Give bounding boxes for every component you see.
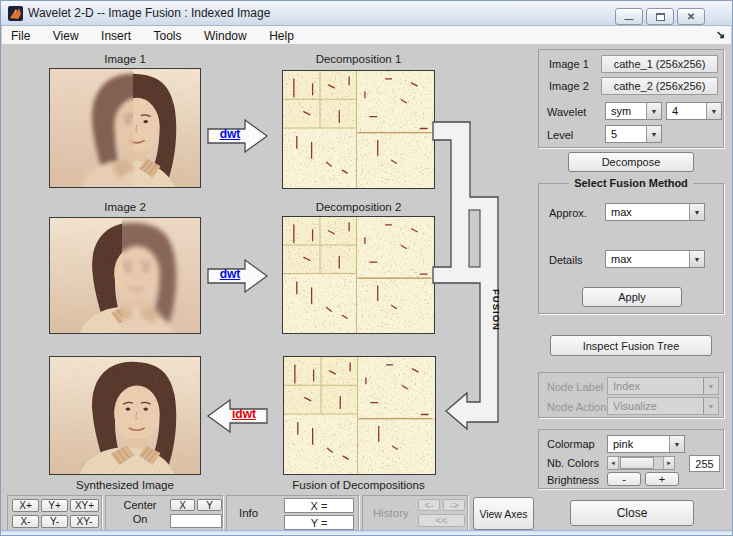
settings-frame: Image 1 cathe_1 (256x256) Image 2 cathe_…: [538, 49, 724, 148]
fusion-decomp-axes[interactable]: [283, 356, 436, 475]
image1-blur-region: [50, 69, 133, 187]
minimize-button[interactable]: —: [615, 8, 643, 25]
image2-axes[interactable]: [49, 217, 201, 334]
dwt-arrow-2: dwt: [207, 258, 269, 294]
chevron-down-icon[interactable]: ▼: [669, 436, 684, 452]
center-on-input[interactable]: [170, 514, 222, 528]
dwt-label-1: dwt: [207, 127, 269, 141]
window-title: Wavelet 2-D -- Image Fusion : Indexed Im…: [28, 6, 270, 20]
info-y-field: Y =: [284, 515, 354, 530]
node-action-label: Node Action: [547, 401, 606, 413]
chevron-down-icon: ▼: [703, 398, 718, 414]
window-bottom-border: [1, 530, 732, 535]
panel-image2-label: Image 2: [549, 80, 589, 92]
history-back-button: <-: [418, 499, 440, 511]
fusion-bracket: FUSION: [431, 113, 501, 437]
image2-caption: Image 2: [49, 201, 201, 213]
center-label: Center: [114, 499, 166, 511]
image2-blur-region: [122, 218, 200, 333]
info-pane: Info X = Y =: [226, 495, 359, 531]
matlab-logo-icon: [8, 6, 23, 21]
nb-colors-slider-track[interactable]: [619, 457, 663, 469]
approx-select[interactable]: max ▼: [605, 203, 705, 221]
fusion-caption: Fusion of Decompositions: [282, 479, 435, 491]
node-frame: Node Label Index ▼ Node Action Visualize…: [538, 372, 724, 418]
image1-caption: Image 1: [49, 53, 201, 65]
colormap-label: Colormap: [547, 438, 595, 450]
node-label-select: Index ▼: [607, 377, 719, 395]
app-window: Wavelet 2-D -- Image Fusion : Indexed Im…: [0, 0, 733, 536]
apply-button[interactable]: Apply: [582, 287, 682, 307]
fusion-method-frame: Select Fusion Method Approx. max ▼ Detai…: [538, 183, 724, 314]
menu-window[interactable]: Window: [195, 27, 256, 43]
node-label-label: Node Label: [547, 381, 603, 393]
level-select[interactable]: 5 ▼: [605, 125, 662, 143]
menu-file[interactable]: File: [2, 27, 39, 43]
menu-tools[interactable]: Tools: [145, 27, 191, 43]
maximize-button[interactable]: [646, 8, 674, 25]
center-on-label: On: [114, 513, 166, 525]
menu-view[interactable]: View: [44, 27, 88, 43]
view-axes-button[interactable]: View Axes: [473, 497, 534, 530]
title-bar[interactable]: Wavelet 2-D -- Image Fusion : Indexed Im…: [1, 1, 732, 26]
chevron-down-icon[interactable]: ▼: [689, 204, 704, 220]
close-window-button[interactable]: ✕: [677, 8, 705, 25]
history-label: History: [373, 507, 409, 519]
menu-insert[interactable]: Insert: [92, 27, 140, 43]
chevron-down-icon[interactable]: ▼: [646, 126, 661, 142]
info-label: Info: [239, 507, 258, 519]
nb-colors-input[interactable]: 255: [689, 455, 720, 472]
center-y-button[interactable]: Y: [197, 499, 222, 511]
chevron-down-icon[interactable]: ▼: [646, 103, 661, 119]
dwt-label-2: dwt: [207, 267, 269, 281]
brightness-minus-button[interactable]: -: [607, 472, 641, 486]
nb-colors-slider-thumb[interactable]: [620, 457, 654, 469]
history-pane: History <- -> <<: [362, 495, 468, 531]
inspect-fusion-tree-button[interactable]: Inspect Fusion Tree: [550, 335, 712, 356]
dwt-arrow-1: dwt: [207, 118, 269, 154]
close-tool-button[interactable]: Close: [570, 500, 694, 526]
slider-left-icon[interactable]: ◄: [608, 457, 619, 469]
level-label: Level: [547, 129, 573, 141]
synth-caption: Synthesized Image: [49, 479, 201, 491]
nb-colors-label: Nb. Colors: [547, 457, 599, 469]
zoom-x-plus-button[interactable]: X+: [12, 499, 39, 512]
details-label: Details: [549, 254, 583, 266]
zoom-xy-minus-button[interactable]: XY-: [70, 515, 99, 528]
colormap-select[interactable]: pink ▼: [607, 435, 685, 453]
wavelet-number-select[interactable]: 4 ▼: [666, 102, 722, 120]
menu-help[interactable]: Help: [260, 27, 303, 43]
close-icon: ✕: [687, 11, 695, 22]
brightness-plus-button[interactable]: +: [645, 472, 679, 486]
image2-name-box[interactable]: cathe_2 (256x256): [601, 77, 718, 95]
details-select[interactable]: max ▼: [605, 250, 705, 268]
slider-right-icon[interactable]: ►: [663, 457, 674, 469]
fusion-bracket-label: FUSION: [491, 289, 501, 331]
menu-bar: File View Insert Tools Window Help ↘: [2, 26, 731, 45]
center-x-button[interactable]: X: [170, 499, 195, 511]
decomposition1-axes[interactable]: [282, 70, 435, 189]
nb-colors-slider[interactable]: ◄ ►: [607, 456, 675, 470]
synthesized-image-axes[interactable]: [49, 356, 201, 475]
minimize-icon: —: [625, 14, 634, 24]
approx-label: Approx.: [549, 207, 587, 219]
wavelet-label: Wavelet: [547, 106, 586, 118]
zoom-y-minus-button[interactable]: Y-: [41, 515, 68, 528]
decomposition2-axes[interactable]: [282, 216, 435, 334]
decompose-button[interactable]: Decompose: [568, 152, 694, 172]
history-rewind-button: <<: [418, 514, 465, 527]
idwt-arrow: idwt: [206, 398, 268, 434]
zoom-y-plus-button[interactable]: Y+: [41, 499, 68, 512]
zoom-xy-plus-button[interactable]: XY+: [70, 499, 99, 512]
center-on-pane: Center On X Y: [105, 495, 223, 531]
zoom-x-minus-button[interactable]: X-: [12, 515, 39, 528]
chevron-down-icon[interactable]: ▼: [689, 251, 704, 267]
image1-axes[interactable]: [49, 68, 201, 188]
fusion-method-title: Select Fusion Method: [569, 177, 693, 189]
decomp2-caption: Decomposition 2: [282, 201, 435, 213]
wavelet-family-select[interactable]: sym ▼: [605, 102, 662, 120]
image1-name-box[interactable]: cathe_1 (256x256): [601, 55, 718, 73]
chevron-down-icon: ▼: [703, 378, 718, 394]
menu-overflow-icon[interactable]: ↘: [716, 28, 725, 41]
chevron-down-icon[interactable]: ▼: [706, 103, 721, 119]
